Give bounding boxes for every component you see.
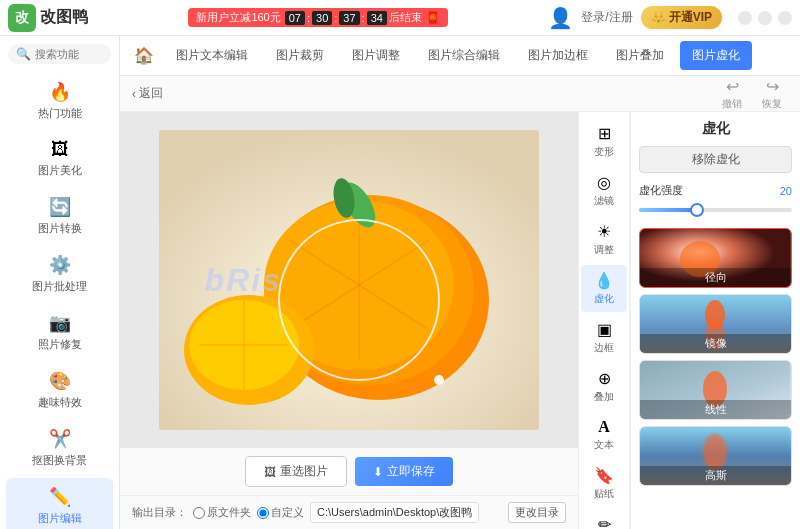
effect-item-mirror[interactable]: 镜像 <box>639 294 792 354</box>
convert-icon: 🔄 <box>49 196 71 218</box>
tab-crop[interactable]: 图片裁剪 <box>264 41 336 70</box>
output-info: 输出目录： 原文件夹 自定义 C:\Users\admin\Desktop\改图… <box>132 502 479 523</box>
close-button[interactable]: ✕ <box>778 11 792 25</box>
vip-label: 开通VIP <box>669 9 712 26</box>
overlay-icon: ⊕ <box>598 369 611 388</box>
redo-label: 恢复 <box>762 97 782 111</box>
strip-label-filter: 滤镜 <box>594 194 614 208</box>
back-chevron-icon: ‹ <box>132 87 136 101</box>
vip-button[interactable]: 👑 开通VIP <box>641 6 722 29</box>
slider-label-row: 虚化强度 20 <box>639 183 792 198</box>
strip-label-adjust: 调整 <box>594 243 614 257</box>
sidebar-item-batch[interactable]: ⚙️ 图片批处理 <box>6 246 113 302</box>
save-icon: ⬇ <box>373 465 383 479</box>
sidebar-item-fun[interactable]: 🎨 趣味特效 <box>6 362 113 418</box>
tab-text-edit[interactable]: 图片文本编辑 <box>164 41 260 70</box>
change-dir-button[interactable]: 更改目录 <box>508 502 566 523</box>
back-button[interactable]: ‹ 返回 <box>132 85 163 102</box>
tab-adjust[interactable]: 图片调整 <box>340 41 412 70</box>
sidebar-item-label-hot: 热门功能 <box>38 106 82 121</box>
hot-icon: 🔥 <box>49 81 71 103</box>
sidebar-item-label-edit: 图片编辑 <box>38 511 82 526</box>
effect-item-gauss[interactable]: 高斯 <box>639 426 792 486</box>
effect-item-radial[interactable]: 径向 <box>639 228 792 288</box>
edit-icon: ✏️ <box>49 486 71 508</box>
strip-item-filter[interactable]: ◎ 滤镜 <box>581 167 627 214</box>
sidebar-item-edit[interactable]: ✏️ 图片编辑 <box>6 478 113 529</box>
canvas-inner[interactable]: bRis <box>120 112 578 448</box>
logo-icon: 改 <box>8 4 36 32</box>
tab-vague[interactable]: 图片虚化 <box>680 41 752 70</box>
maximize-button[interactable]: □ <box>758 11 772 25</box>
strip-item-vague[interactable]: 💧 虚化 <box>581 265 627 312</box>
slider-track[interactable] <box>639 202 792 218</box>
strip-item-sticker[interactable]: 🔖 贴纸 <box>581 460 627 507</box>
canvas-area: bRis 🖼 重选图片 ⬇ 立即保存 <box>120 112 578 529</box>
strip-item-transform[interactable]: ⊞ 变形 <box>581 118 627 165</box>
slider-section: 虚化强度 20 <box>639 183 792 218</box>
promo-banner: 新用户立减160元 07 : 30 : 37 : 34 后结束 🧧 <box>188 8 448 27</box>
sidebar-item-beauty[interactable]: 🖼 图片美化 <box>6 131 113 186</box>
tab-border[interactable]: 图片加边框 <box>516 41 600 70</box>
effect-label-radial: 径向 <box>640 268 791 287</box>
sidebar-item-label-convert: 图片转换 <box>38 221 82 236</box>
strip-item-text[interactable]: A 文本 <box>581 412 627 458</box>
sidebar-item-hot[interactable]: 🔥 热门功能 <box>6 73 113 129</box>
slider-label: 虚化强度 <box>639 183 683 198</box>
vague-icon: 💧 <box>594 271 614 290</box>
reselect-label: 重选图片 <box>280 463 328 480</box>
strip-item-border[interactable]: ▣ 边框 <box>581 314 627 361</box>
strip-item-adjust[interactable]: ☀ 调整 <box>581 216 627 263</box>
window-controls: — □ ✕ <box>738 11 792 25</box>
save-label: 立即保存 <box>387 463 435 480</box>
search-icon: 🔍 <box>16 47 31 61</box>
timer-s: 37 <box>339 11 359 25</box>
reselect-button[interactable]: 🖼 重选图片 <box>245 456 347 487</box>
right-panel: 虚化 移除虚化 虚化强度 20 <box>630 112 800 529</box>
timer-ms: 34 <box>367 11 387 25</box>
strip-label-overlay: 叠加 <box>594 390 614 404</box>
undo-icon: ↩ <box>726 77 739 96</box>
sidebar-item-cutout[interactable]: ✂️ 抠图换背景 <box>6 420 113 476</box>
editor-area: bRis 🖼 重选图片 ⬇ 立即保存 <box>120 112 800 529</box>
batch-icon: ⚙️ <box>49 254 71 276</box>
radio-original-folder[interactable]: 原文件夹 <box>193 505 251 520</box>
toolbar: ‹ 返回 ↩ 撤销 ↪ 恢复 <box>120 76 800 112</box>
sidebar-item-label-batch: 图片批处理 <box>32 279 87 294</box>
action-buttons: 🖼 重选图片 ⬇ 立即保存 <box>120 448 578 495</box>
timer-suffix: 后结束 <box>389 10 422 25</box>
sidebar-item-repair[interactable]: 📷 照片修复 <box>6 304 113 360</box>
redo-button[interactable]: ↪ 恢复 <box>756 75 788 113</box>
sidebar-item-convert[interactable]: 🔄 图片转换 <box>6 188 113 244</box>
svg-point-9 <box>434 375 444 385</box>
redo-icon: ↪ <box>766 77 779 96</box>
strip-item-overlay[interactable]: ⊕ 叠加 <box>581 363 627 410</box>
strip-label-text: 文本 <box>594 438 614 452</box>
sidebar-item-label-beauty: 图片美化 <box>38 163 82 178</box>
effect-item-linear[interactable]: 线性 <box>639 360 792 420</box>
strip-label-transform: 变形 <box>594 145 614 159</box>
search-input[interactable] <box>35 48 103 60</box>
panel-title: 虚化 <box>639 120 792 138</box>
brush-icon: ✏ <box>598 515 611 529</box>
slider-thumb[interactable] <box>690 203 704 217</box>
search-box[interactable]: 🔍 <box>8 44 111 64</box>
home-nav-icon[interactable]: 🏠 <box>128 42 160 69</box>
effect-label-linear: 线性 <box>640 400 791 419</box>
tab-composite[interactable]: 图片综合编辑 <box>416 41 512 70</box>
border-icon: ▣ <box>597 320 612 339</box>
strip-item-brush[interactable]: ✏ 画笔 <box>581 509 627 529</box>
title-right: 👤 登录/注册 👑 开通VIP — □ ✕ <box>548 6 792 30</box>
sidebar: 🔍 🔥 热门功能 🖼 图片美化 🔄 图片转换 ⚙️ 图片批处理 📷 照 <box>0 36 120 529</box>
radio-custom[interactable]: 自定义 <box>257 505 304 520</box>
minimize-button[interactable]: — <box>738 11 752 25</box>
tab-overlay[interactable]: 图片叠加 <box>604 41 676 70</box>
output-label: 输出目录： <box>132 505 187 520</box>
undo-button[interactable]: ↩ 撤销 <box>716 75 748 113</box>
slider-value: 20 <box>780 185 792 197</box>
login-button[interactable]: 登录/注册 <box>581 9 632 26</box>
remove-vague-button[interactable]: 移除虚化 <box>639 146 792 173</box>
save-button[interactable]: ⬇ 立即保存 <box>355 457 453 486</box>
fun-icon: 🎨 <box>49 370 71 392</box>
filter-icon: ◎ <box>597 173 611 192</box>
